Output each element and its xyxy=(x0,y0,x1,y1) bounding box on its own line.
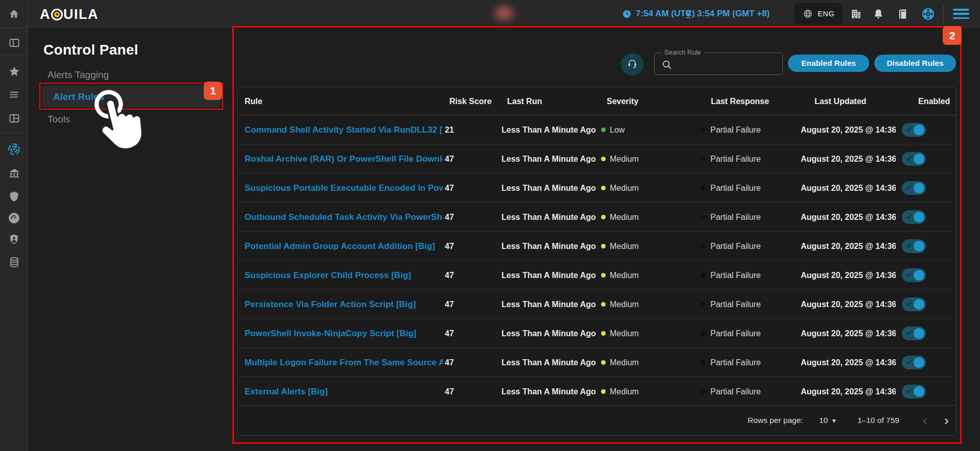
check-icon xyxy=(906,213,912,219)
enabled-toggle[interactable] xyxy=(902,268,926,282)
annotation-badge-1: 1 xyxy=(204,82,222,100)
last-updated-value: August 20, 2025 @ 14:36 xyxy=(801,173,896,203)
enabled-toggle[interactable] xyxy=(902,123,926,137)
rule-name-link[interactable]: Potential Admin Group Account Addition [… xyxy=(245,232,443,261)
last-response-dot xyxy=(701,186,705,190)
severity-dot xyxy=(601,157,606,161)
last-updated-value: August 20, 2025 @ 14:36 xyxy=(801,203,896,232)
toggle-knob xyxy=(914,328,924,339)
panel-item-alerts-tagging[interactable]: Alerts Tagging xyxy=(47,69,109,81)
redacted-blur-dot xyxy=(490,2,518,24)
risk-score-value: 47 xyxy=(445,261,454,290)
severity-value: Medium xyxy=(610,377,639,406)
risk-score-value: 47 xyxy=(445,203,454,232)
rule-name-link[interactable]: Suspicious Portable Executable Encoded I… xyxy=(245,173,443,203)
shield-icon[interactable] xyxy=(0,190,28,203)
radar-target-icon-active[interactable] xyxy=(0,142,28,156)
toggle-knob xyxy=(914,212,924,222)
disabled-rules-button[interactable]: Disabled Rules xyxy=(874,55,956,72)
language-label: ENG xyxy=(818,10,834,18)
last-response-value: Partial Failure xyxy=(710,348,761,377)
severity-value: Medium xyxy=(610,232,639,261)
rule-name-link[interactable]: Command Shell Activity Started Via RunDL… xyxy=(245,115,443,144)
last-response-dot xyxy=(701,215,705,219)
rail-divider xyxy=(0,55,28,55)
severity-value: Medium xyxy=(610,348,639,377)
next-page-button[interactable]: › xyxy=(944,406,949,435)
gauge-icon[interactable] xyxy=(0,212,28,224)
panel-item-alert-rules-label[interactable]: Alert Rules xyxy=(53,91,104,103)
enabled-toggle[interactable] xyxy=(902,297,926,311)
rows-per-page-select[interactable]: 10▼ xyxy=(819,406,837,436)
rule-name-link[interactable]: Multiple Logon Failure From The Same Sou… xyxy=(245,348,443,377)
rule-name-link[interactable]: Suspicious Explorer Child Process [Big] xyxy=(245,261,443,290)
local-time: 3:54 PM (GMT +8) xyxy=(683,0,770,28)
user-badge-icon[interactable] xyxy=(0,233,28,246)
rule-name-link[interactable]: Outbound Scheduled Task Activity Via Pow… xyxy=(245,203,443,232)
table-row: Suspicious Portable Executable Encoded I… xyxy=(238,173,956,203)
panel-item-tools[interactable]: Tools xyxy=(47,114,70,125)
rule-name-link[interactable]: External Alerts [Big] xyxy=(245,377,443,406)
risk-score-value: 47 xyxy=(445,348,454,377)
home-icon[interactable] xyxy=(0,8,28,20)
table-header: Rule Risk Score Last Run Severity Last R… xyxy=(238,87,956,115)
enabled-toggle[interactable] xyxy=(902,152,926,166)
layout-grid-icon[interactable] xyxy=(0,112,28,124)
risk-score-value: 47 xyxy=(445,290,454,319)
database-icon[interactable] xyxy=(0,256,28,268)
last-updated-value: August 20, 2025 @ 14:36 xyxy=(801,261,896,290)
severity-dot xyxy=(601,215,606,219)
table-row: Command Shell Activity Started Via RunDL… xyxy=(238,115,956,144)
logo-text-rest: UILA xyxy=(63,7,99,22)
star-icon[interactable] xyxy=(0,65,28,78)
last-run-value: Less Than A Minute Ago xyxy=(501,261,596,290)
enabled-toggle[interactable] xyxy=(902,210,926,224)
table-row: External Alerts [Big] 47 Less Than A Min… xyxy=(238,377,956,406)
last-run-value: Less Than A Minute Ago xyxy=(501,290,596,319)
rule-name-link[interactable]: Persistence Via Folder Action Script [Bi… xyxy=(245,290,443,319)
last-response-dot xyxy=(701,128,705,132)
table-row: Multiple Logon Failure From The Same Sou… xyxy=(238,348,956,377)
last-updated-value: August 20, 2025 @ 14:36 xyxy=(801,290,896,319)
toggle-knob xyxy=(914,270,924,281)
previous-page-button[interactable]: ‹ xyxy=(923,406,927,435)
caret-down-icon: ▼ xyxy=(831,417,837,424)
check-icon xyxy=(906,300,912,307)
search-input[interactable] xyxy=(676,55,778,72)
last-response-dot xyxy=(701,331,705,336)
enabled-toggle[interactable] xyxy=(902,239,926,253)
rule-name-link[interactable]: PowerShell Invoke-NinjaCopy Script [Big] xyxy=(245,319,443,348)
enabled-rules-button[interactable]: Enabled Rules xyxy=(788,55,869,72)
risk-score-value: 47 xyxy=(445,232,454,261)
enabled-toggle[interactable] xyxy=(902,181,926,195)
last-response-value: Partial Failure xyxy=(710,173,761,203)
table-row: Suspicious Explorer Child Process [Big] … xyxy=(238,261,956,290)
bank-icon[interactable] xyxy=(0,167,28,180)
severity-dot xyxy=(601,244,606,248)
enabled-toggle[interactable] xyxy=(902,356,926,369)
app-root: { "topbar": { "logo": "AQUILA", "logo_a"… xyxy=(0,0,980,451)
language-selector[interactable]: ENG xyxy=(795,3,843,24)
enabled-toggle[interactable] xyxy=(902,385,926,398)
column-header-last-updated: Last Updated xyxy=(815,87,866,115)
help-button[interactable] xyxy=(921,0,935,28)
menu-lines-icon[interactable] xyxy=(0,89,28,101)
risk-score-value: 47 xyxy=(445,144,454,173)
last-response-dot xyxy=(701,360,705,365)
topbar-divider xyxy=(943,5,944,22)
organization-button[interactable] xyxy=(850,0,863,28)
split-panel-icon[interactable] xyxy=(0,37,28,49)
docs-button[interactable] xyxy=(897,0,909,28)
column-header-enabled: Enabled xyxy=(918,87,950,115)
last-updated-value: August 20, 2025 @ 14:36 xyxy=(801,319,896,348)
location-pin-icon xyxy=(683,9,693,19)
severity-value: Medium xyxy=(610,203,639,232)
hamburger-menu-icon[interactable] xyxy=(953,9,969,19)
support-headset-button[interactable] xyxy=(621,53,643,76)
last-updated-value: August 20, 2025 @ 14:36 xyxy=(801,144,896,173)
rule-name-link[interactable]: Roshal Archive (RAR) Or PowerShell File … xyxy=(245,144,443,173)
severity-value: Medium xyxy=(610,290,639,319)
notifications-button[interactable] xyxy=(872,0,885,28)
enabled-toggle[interactable] xyxy=(902,327,926,340)
bell-icon xyxy=(872,8,885,20)
